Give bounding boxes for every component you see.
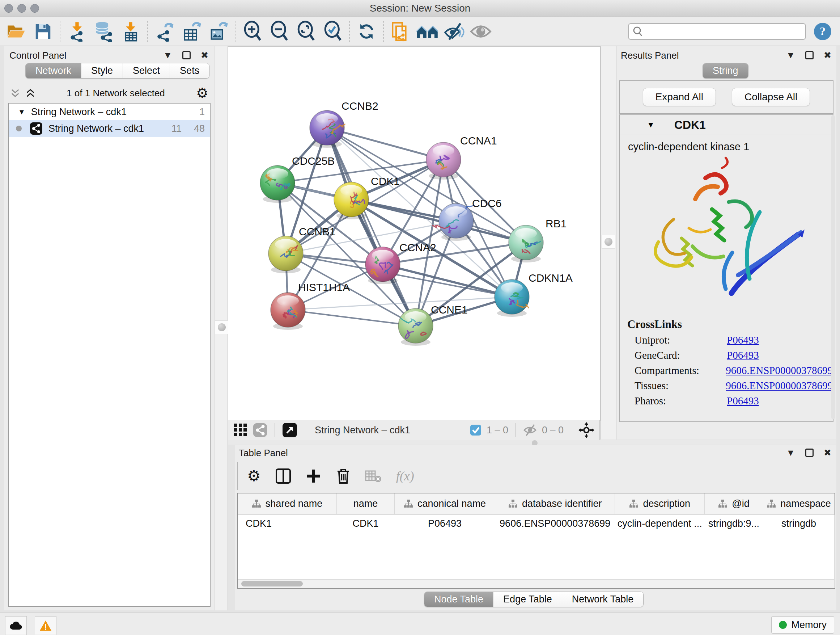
network-node-CCNA2[interactable] xyxy=(365,247,400,284)
network-overview-share-icon[interactable] xyxy=(253,423,267,437)
table-row[interactable]: CDK1CDK1P064939606.ENSP00000378699cyclin… xyxy=(238,514,835,532)
results-panel-float-icon[interactable]: ▼ xyxy=(786,51,795,60)
import-table-file-button[interactable] xyxy=(117,19,144,43)
open-session-button[interactable] xyxy=(3,19,30,43)
column-header-namespace[interactable]: namespace xyxy=(763,494,834,514)
column-header-shared-name[interactable]: shared name xyxy=(238,494,337,514)
show-graphics-button[interactable] xyxy=(467,19,494,43)
import-network-file-button[interactable] xyxy=(64,19,90,43)
left-splitter-handle[interactable] xyxy=(215,320,229,334)
right-splitter[interactable] xyxy=(600,46,616,440)
expand-all-icon[interactable] xyxy=(25,88,35,98)
network-options-gear-icon[interactable]: ⚙ xyxy=(196,86,208,100)
expand-all-button[interactable]: Expand All xyxy=(643,88,716,106)
import-network-database-button[interactable] xyxy=(90,19,117,43)
collection-expander-icon[interactable]: ▼ xyxy=(18,108,25,116)
control-panel-float-icon[interactable]: ▼ xyxy=(163,51,172,60)
network-node-CCNE1[interactable] xyxy=(398,309,433,346)
tab-edge-table[interactable]: Edge Table xyxy=(493,592,562,607)
right-splitter-handle[interactable] xyxy=(602,235,615,249)
network-edge-CCNB2-CCNE1[interactable] xyxy=(327,128,416,326)
memory-button[interactable]: Memory xyxy=(771,616,834,633)
crosslink-link[interactable]: P06493 xyxy=(727,395,759,407)
birds-eye-grid-icon[interactable] xyxy=(233,423,248,437)
left-splitter[interactable] xyxy=(215,46,228,610)
node-details-expander-icon[interactable]: ▼ xyxy=(647,120,655,130)
table-panel-maximize-icon[interactable] xyxy=(805,448,813,457)
network-node-CCNB1[interactable] xyxy=(268,236,303,273)
open-in-window-icon[interactable] xyxy=(282,423,297,438)
add-column-icon[interactable] xyxy=(306,468,322,484)
tab-select[interactable]: Select xyxy=(123,63,170,78)
main-toolbar: ? xyxy=(0,17,840,46)
network-node-CCNA1[interactable] xyxy=(426,142,461,180)
network-node-CDKN1A[interactable] xyxy=(494,279,529,317)
tab-string[interactable]: String xyxy=(703,63,748,78)
tab-network[interactable]: Network xyxy=(26,63,81,78)
crosslink-link[interactable]: 9606.ENSP00000378699 xyxy=(726,380,833,392)
table-panel-close-icon[interactable]: ✖ xyxy=(824,448,831,457)
table-horizontal-scrollbar[interactable] xyxy=(238,579,834,588)
bottom-splitter[interactable] xyxy=(228,440,836,445)
table-panel-float-icon[interactable]: ▼ xyxy=(786,448,795,457)
network-view-canvas[interactable]: CCNB2CCNA1CDC25BCDK1CDC6RB1CCNB1CCNA2CDK… xyxy=(228,46,600,421)
export-image-button[interactable] xyxy=(205,19,232,43)
apply-style-button[interactable] xyxy=(353,19,380,43)
column-header-description[interactable]: description xyxy=(615,494,705,514)
network-node-HIST1H1A[interactable] xyxy=(271,293,305,330)
node-details-header[interactable]: ▼ CDK1 xyxy=(620,115,833,135)
tab-style[interactable]: Style xyxy=(81,63,123,78)
results-panel-maximize-icon[interactable] xyxy=(805,51,813,59)
crosslink-link[interactable]: P06493 xyxy=(727,334,759,346)
collapse-all-icon[interactable] xyxy=(10,88,20,98)
string-home-button[interactable] xyxy=(414,19,441,43)
zoom-fit-button[interactable] xyxy=(292,19,319,43)
zoom-in-button[interactable] xyxy=(239,19,265,43)
column-header-database-identifier[interactable]: database identifier xyxy=(495,494,615,514)
network-node-CCNB2[interactable] xyxy=(309,111,345,148)
network-node-CDK1[interactable] xyxy=(334,182,369,219)
network-node-RB1[interactable] xyxy=(508,225,543,263)
close-window-button[interactable] xyxy=(4,4,13,13)
node-details-card: ▼ CDK1 cyclin-dependent kinase 1 xyxy=(619,114,834,422)
crosslink-link[interactable]: 9606.ENSP00000378699 xyxy=(726,364,833,377)
delete-column-trash-icon[interactable] xyxy=(336,468,351,485)
tab-sets[interactable]: Sets xyxy=(170,63,209,78)
network-row[interactable]: String Network – cdk1 11 48 xyxy=(9,120,210,137)
zoom-window-button[interactable] xyxy=(30,4,39,13)
column-header--id[interactable]: @id xyxy=(705,494,763,514)
zoom-selected-button[interactable] xyxy=(319,19,346,43)
warnings-button[interactable] xyxy=(35,616,57,635)
table-scrollbar-thumb[interactable] xyxy=(241,581,303,586)
control-panel-maximize-icon[interactable] xyxy=(182,51,191,59)
current-network-dot-icon xyxy=(16,126,22,131)
search-input[interactable] xyxy=(643,25,802,37)
show-columns-icon[interactable] xyxy=(275,468,291,484)
clone-network-button[interactable] xyxy=(387,19,414,43)
minimize-window-button[interactable] xyxy=(17,4,26,13)
control-panel-close-icon[interactable]: ✖ xyxy=(201,51,208,60)
results-panel-close-icon[interactable]: ✖ xyxy=(824,51,831,60)
collapse-all-button[interactable]: Collapse All xyxy=(732,88,810,106)
table-cell: 9606.ENSP00000378699 xyxy=(495,514,615,532)
network-collection-row[interactable]: ▼ String Network – cdk1 1 xyxy=(9,103,210,120)
node-name: CDK1 xyxy=(674,119,706,132)
export-network-button[interactable] xyxy=(151,19,178,43)
save-session-button[interactable] xyxy=(30,19,57,43)
cloud-status-button[interactable] xyxy=(5,616,27,635)
network-edge-HIST1H1A-CCNE1[interactable] xyxy=(288,310,416,326)
pan-crosshair-icon[interactable] xyxy=(578,422,594,438)
hide-unhide-button[interactable] xyxy=(441,19,467,43)
table-options-gear-icon[interactable]: ⚙ xyxy=(247,469,261,484)
help-button[interactable]: ? xyxy=(814,23,831,40)
column-header-name[interactable]: name xyxy=(337,494,395,514)
export-table-button[interactable] xyxy=(178,19,205,43)
column-header-canonical-name[interactable]: canonical name xyxy=(394,494,495,514)
zoom-out-button[interactable] xyxy=(265,19,292,43)
selected-checkbox-icon[interactable] xyxy=(470,424,482,436)
tab-node-table[interactable]: Node Table xyxy=(424,592,493,607)
results-scrollbar[interactable] xyxy=(831,115,835,419)
network-node-CDC25B[interactable] xyxy=(260,165,295,203)
crosslink-link[interactable]: P06493 xyxy=(727,349,759,361)
tab-network-table[interactable]: Network Table xyxy=(562,592,644,607)
